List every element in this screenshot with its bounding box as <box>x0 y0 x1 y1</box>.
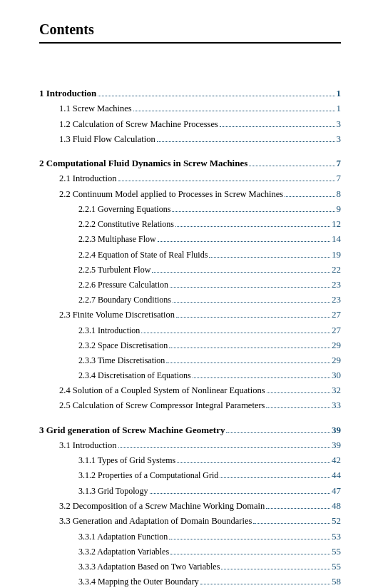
toc-entry-dots <box>169 539 330 539</box>
toc-entry: 2.2.5 Turbulent Flow22 <box>39 263 341 277</box>
toc-entry-dots <box>266 407 330 408</box>
toc-entry-page: 44 <box>332 468 341 482</box>
toc-entry-text: 3.1.3 Grid Topology <box>78 485 148 498</box>
toc-entry: 1.3 Fluid Flow Calculation3 <box>39 132 341 146</box>
toc-entry-dots <box>118 447 330 448</box>
toc-entry-dots <box>177 462 330 463</box>
toc-entry-text: 3.3.1 Adaptation Function <box>78 530 168 544</box>
toc-entry-dots <box>285 196 334 197</box>
toc-entry: 3.3 Generation and Adaptation of Domain … <box>39 514 341 528</box>
toc-entry: 1 Introduction1 <box>39 86 341 101</box>
toc-entry-page: 30 <box>332 368 341 382</box>
toc-entry: 3.3.4 Mapping the Outer Boundary58 <box>39 574 341 588</box>
toc-entry-page: 3 <box>337 132 342 146</box>
toc-entry-text: 1.3 Fluid Flow Calculation <box>59 133 155 146</box>
toc-entry-dots <box>209 257 330 258</box>
toc-entry: 1.2 Calculation of Screw Machine Process… <box>39 117 341 131</box>
toc-entry-text: 2.3.1 Introduction <box>78 324 140 338</box>
toc-entry-text: 2.4 Solution of a Coupled System of Nonl… <box>59 384 265 397</box>
toc-entry-page: 3 <box>337 117 342 131</box>
toc-entry-text: 2.5 Calculation of Screw Compressor Inte… <box>59 399 265 412</box>
toc-entry: 3 Grid generation of Screw Machine Geome… <box>39 423 341 437</box>
toc-entry-dots <box>226 432 330 433</box>
toc-entry-text: 2.3.3 Time Discretisation <box>78 354 165 368</box>
toc-entry-text: 2.2.2 Constitutive Relations <box>78 218 174 231</box>
toc-entry-dots <box>141 333 330 333</box>
toc-entry: 2.5 Calculation of Screw Compressor Inte… <box>39 398 341 412</box>
toc-entry: 3.2 Decomposition of a Screw Machine Wor… <box>39 499 341 513</box>
toc-entry-page: 29 <box>332 353 341 368</box>
toc-entry: 2.3.3 Time Discretisation29 <box>39 353 341 368</box>
toc-entry-text: 3.3 Generation and Adaptation of Domain … <box>59 514 252 528</box>
toc-entry-page: 52 <box>332 514 341 528</box>
toc-entry-page: 8 <box>337 187 342 201</box>
toc-entry-text: 3.2 Decomposition of a Screw Machine Wor… <box>59 500 265 513</box>
toc-entry: 3.1.3 Grid Topology47 <box>39 484 341 498</box>
toc-entry-text: 3 Grid generation of Screw Machine Geome… <box>39 423 225 437</box>
toc-entry-text: 3.3.3 Adaptation Based on Two Variables <box>78 560 220 574</box>
toc-entry-text: 2.2 Continuum Model applied to Processes… <box>59 188 283 201</box>
toc-entry-text: 1.2 Calculation of Screw Machine Process… <box>59 118 218 131</box>
toc-entry-text: 2.1 Introduction <box>59 172 117 186</box>
toc-entry-dots <box>220 126 335 127</box>
toc-entry: 2.2.7 Boundary Conditions23 <box>39 293 341 307</box>
toc-entry-page: 22 <box>332 263 341 277</box>
toc-entry: 2.2 Continuum Model applied to Processes… <box>39 187 341 201</box>
toc-entry: 2.2.4 Equation of State of Real Fluids19 <box>39 248 341 262</box>
toc-entry-page: 55 <box>332 544 341 559</box>
toc-entry-dots <box>118 181 335 181</box>
toc-entry: 3.1 Introduction 39 <box>39 438 341 452</box>
toc-entry-page: 42 <box>332 453 341 467</box>
toc-entry: 1.1 Screw Machines1 <box>39 101 341 116</box>
toc-entry-text: 2.2.6 Pressure Calculation <box>78 278 168 292</box>
toc-entry-dots <box>220 477 330 478</box>
toc-entry-text: 2.2.1 Governing Equations <box>78 203 170 216</box>
toc-container: 1 Introduction11.1 Screw Machines11.2 Ca… <box>39 86 341 588</box>
toc-entry-dots <box>170 287 330 288</box>
toc-entry-text: 2.2.5 Turbulent Flow <box>78 263 150 277</box>
toc-entry-page: 1 <box>337 101 342 116</box>
toc-entry-dots <box>176 317 330 318</box>
toc-entry: 3.1.1 Types of Grid Systems42 <box>39 453 341 467</box>
page: Contents 1 Introduction11.1 Screw Machin… <box>0 0 373 588</box>
toc-entry-page: 14 <box>332 232 341 246</box>
toc-entry: 2.3.4 Discretisation of Equations 30 <box>39 368 341 382</box>
toc-entry: 2.3 Finite Volume Discretisation 27 <box>39 308 341 322</box>
toc-entry: 3.3.2 Adaptation Variables 55 <box>39 544 341 559</box>
toc-entry-text: 1 Introduction <box>39 86 96 101</box>
toc-entry-text: 3.1.2 Properties of a Computational Grid <box>78 469 218 482</box>
toc-entry-dots <box>173 302 330 303</box>
toc-entry-dots <box>169 348 330 348</box>
toc-entry-page: 1 <box>337 86 342 101</box>
toc-entry-dots <box>193 377 330 378</box>
toc-entry-text: 3.1.1 Types of Grid Systems <box>78 454 175 467</box>
toc-entry-dots <box>170 554 330 554</box>
toc-entry-page: 12 <box>332 217 341 231</box>
toc-entry-dots <box>158 241 330 242</box>
toc-entry-text: 2.2.7 Boundary Conditions <box>78 293 171 307</box>
toc-entry-dots <box>266 508 330 509</box>
toc-entry: 2.4 Solution of a Coupled System of Nonl… <box>39 383 341 397</box>
toc-entry-text: 2.2.3 Multiphase Flow <box>78 233 156 246</box>
toc-entry-page: 29 <box>332 338 341 353</box>
toc-entry-dots <box>200 584 330 584</box>
toc-entry-page: 19 <box>332 248 341 262</box>
toc-entry: 2.2.2 Constitutive Relations12 <box>39 217 341 231</box>
toc-entry-page: 53 <box>332 529 341 544</box>
toc-entry-page: 55 <box>332 559 341 574</box>
toc-entry-text: 2.3 Finite Volume Discretisation <box>59 308 175 322</box>
toc-entry-page: 7 <box>337 156 342 171</box>
toc-entry-text: 1.1 Screw Machines <box>59 102 132 116</box>
toc-entry: 3.3.3 Adaptation Based on Two Variables … <box>39 559 341 574</box>
toc-entry-text: 3.3.4 Mapping the Outer Boundary <box>78 575 199 588</box>
toc-entry-page: 23 <box>332 293 341 307</box>
toc-entry-page: 9 <box>337 202 342 216</box>
toc-entry-dots <box>98 96 334 96</box>
toc-entry: 2.3.1 Introduction27 <box>39 323 341 338</box>
toc-entry: 3.1.2 Properties of a Computational Grid… <box>39 468 341 482</box>
toc-entry: 2.2.6 Pressure Calculation 23 <box>39 278 341 292</box>
toc-entry-text: 2.3.4 Discretisation of Equations <box>78 369 191 382</box>
toc-entry-page: 23 <box>332 278 341 292</box>
toc-entry: 3.3.1 Adaptation Function 53 <box>39 529 341 544</box>
toc-entry: 2.3.2 Space Discretisation29 <box>39 338 341 353</box>
